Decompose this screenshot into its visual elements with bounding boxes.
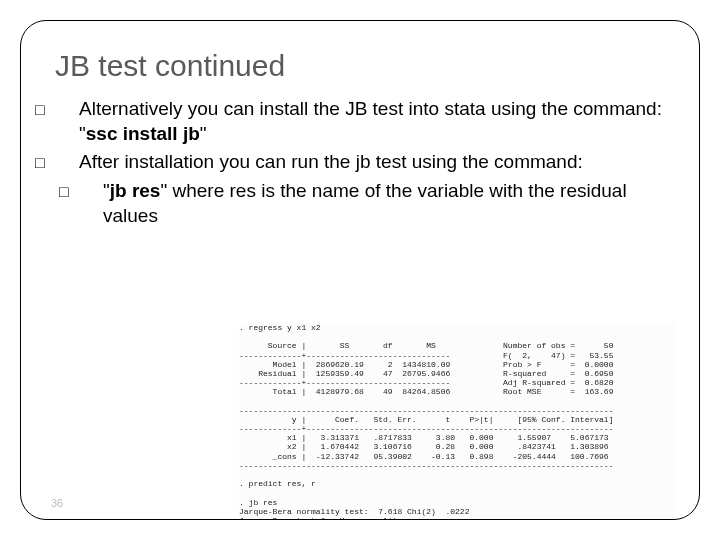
bullet-icon: □ bbox=[57, 100, 79, 121]
sub-text-a: " bbox=[103, 180, 110, 201]
bullet-item-1: □Alternatively you can install the JB te… bbox=[55, 97, 665, 146]
page-number: 36 bbox=[51, 497, 63, 509]
bullet-icon: □ bbox=[57, 153, 79, 174]
bullet-list: □Alternatively you can install the JB te… bbox=[55, 97, 665, 228]
stata-output: . regress y x1 x2 Source | SS df MS Numb… bbox=[239, 323, 675, 520]
sub-text-c: " where res is the name of the variable … bbox=[103, 180, 627, 226]
sub-text-bold: jb res bbox=[110, 180, 161, 201]
bullet-item-2: □After installation you can run the jb t… bbox=[55, 150, 665, 175]
bullet-icon: □ bbox=[81, 182, 103, 203]
bullet2-text: After installation you can run the jb te… bbox=[79, 151, 583, 172]
sub-bullet-item: □"jb res" where res is the name of the v… bbox=[55, 179, 665, 228]
slide-frame: JB test continued □Alternatively you can… bbox=[20, 20, 700, 520]
bullet1-text-c: " bbox=[200, 123, 207, 144]
bullet1-text-bold: ssc install jb bbox=[86, 123, 200, 144]
slide-title: JB test continued bbox=[55, 49, 665, 83]
